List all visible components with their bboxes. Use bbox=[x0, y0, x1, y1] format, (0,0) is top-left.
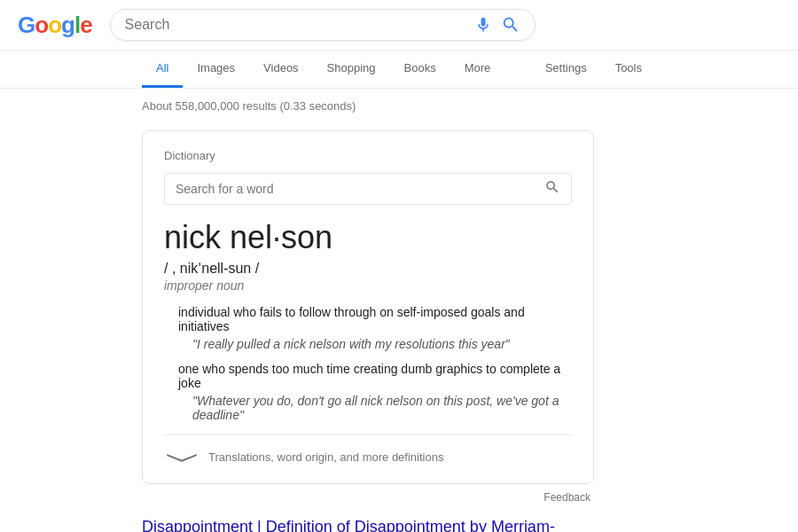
word-pronunciation: / , nikˈnell-sun / bbox=[164, 260, 572, 277]
definition-example-2: "Whatever you do, don't go all nick nels… bbox=[192, 394, 572, 422]
header: Google disappointment bbox=[0, 0, 798, 51]
result-title[interactable]: Disappointment | Definition of Disappoin… bbox=[142, 518, 594, 532]
tab-shopping[interactable]: Shopping bbox=[313, 51, 390, 88]
definition-text-1: individual who fails to follow through o… bbox=[178, 305, 572, 333]
definition-example-1: "I really pulled a nick nelson with my r… bbox=[192, 337, 572, 351]
dictionary-card: Dictionary nick nel·son / , nikˈnell-sun… bbox=[142, 130, 594, 484]
tab-tools[interactable]: Tools bbox=[601, 51, 656, 88]
feedback-row: Feedback bbox=[142, 489, 594, 504]
feedback-link[interactable]: Feedback bbox=[544, 491, 591, 504]
dictionary-label: Dictionary bbox=[164, 149, 572, 162]
search-bar[interactable]: disappointment bbox=[110, 9, 536, 41]
tab-videos[interactable]: Videos bbox=[249, 51, 313, 88]
definition-2: one who spends too much time creating du… bbox=[164, 362, 572, 422]
dictionary-search-bar[interactable] bbox=[164, 173, 572, 205]
search-icons-group bbox=[474, 15, 520, 35]
tab-all[interactable]: All bbox=[142, 51, 183, 88]
dictionary-search-icon[interactable] bbox=[544, 179, 560, 199]
nav-tabs: All Images Videos Shopping Books More Se… bbox=[0, 51, 798, 89]
main-content: Dictionary nick nel·son / , nikˈnell-sun… bbox=[0, 120, 798, 532]
google-logo[interactable]: Google bbox=[18, 12, 92, 39]
translations-row[interactable]: Translations, word origin, and more defi… bbox=[164, 434, 572, 466]
nav-right-tabs: Settings Tools bbox=[531, 51, 656, 88]
tab-books[interactable]: Books bbox=[390, 51, 450, 88]
mic-icon[interactable] bbox=[474, 16, 492, 34]
tab-more[interactable]: More bbox=[450, 51, 505, 88]
tab-images[interactable]: Images bbox=[183, 51, 249, 88]
tab-settings[interactable]: Settings bbox=[531, 51, 601, 88]
definition-1: individual who fails to follow through o… bbox=[164, 305, 572, 351]
definition-text-2: one who spends too much time creating du… bbox=[178, 362, 572, 390]
translations-arrow-icon bbox=[164, 448, 200, 466]
translations-text: Translations, word origin, and more defi… bbox=[208, 450, 443, 464]
search-input[interactable]: disappointment bbox=[125, 17, 466, 33]
word-title: nick nel·son bbox=[164, 219, 572, 256]
search-result-1: Disappointment | Definition of Disappoin… bbox=[142, 518, 594, 532]
word-type: improper noun bbox=[164, 278, 572, 293]
dictionary-search-input[interactable] bbox=[176, 182, 537, 196]
results-count: About 558,000,000 results (0.33 seconds) bbox=[0, 92, 798, 120]
search-submit-icon[interactable] bbox=[501, 15, 520, 35]
